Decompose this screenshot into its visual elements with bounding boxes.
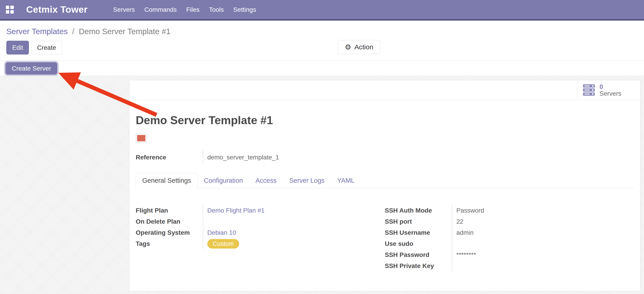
tab-yaml[interactable]: YAML [331, 173, 361, 188]
menu-item-files[interactable]: Files [181, 0, 204, 19]
field-ssh-private-key: SSH Private Key [385, 260, 634, 271]
breadcrumb-server-templates[interactable]: Server Templates [6, 27, 68, 36]
menu-item-servers[interactable]: Servers [108, 0, 140, 19]
edit-button[interactable]: Edit [6, 41, 29, 55]
tab-configuration[interactable]: Configuration [198, 173, 249, 188]
menu-item-commands[interactable]: Commands [140, 0, 181, 19]
flight-plan-link[interactable]: Demo Flight Plan #1 [207, 207, 265, 214]
field-ssh-port: SSH port 22 [385, 216, 634, 227]
field-value: Password [452, 205, 634, 216]
tab-general-settings[interactable]: General Settings [136, 173, 198, 188]
field-label: SSH Auth Mode [385, 207, 452, 214]
field-value [452, 238, 634, 249]
app-brand[interactable]: Cetmix Tower [26, 4, 88, 15]
breadcrumb-current: Demo Server Template #1 [79, 27, 170, 36]
field-value: Demo Flight Plan #1 [203, 205, 385, 216]
create-button[interactable]: Create [31, 41, 62, 55]
field-flight-plan: Flight Plan Demo Flight Plan #1 [136, 205, 385, 216]
servers-count: 0 [600, 83, 621, 90]
menu-item-tools[interactable]: Tools [204, 0, 228, 19]
general-settings-panel: Flight Plan Demo Flight Plan #1 On Delet… [136, 205, 634, 271]
field-label: On Delete Plan [136, 218, 203, 225]
notebook-tabs: General Settings Configuration Access Se… [136, 173, 634, 188]
field-label: SSH port [385, 218, 452, 225]
page-title: Demo Server Template #1 [136, 114, 634, 127]
tab-access[interactable]: Access [249, 173, 283, 188]
field-label: Flight Plan [136, 207, 203, 214]
create-server-bar: Create Server [0, 61, 644, 76]
field-label: Tags [136, 240, 203, 247]
servers-count-label: Servers [600, 90, 621, 97]
servers-stat-button[interactable]: 0 Servers [578, 80, 640, 100]
field-label: Operating System [136, 229, 203, 236]
reference-value: demo_server_template_1 [203, 150, 634, 165]
menu-item-settings[interactable]: Settings [228, 0, 261, 19]
server-stack-icon [583, 84, 596, 96]
field-label: Use sudo [385, 240, 452, 247]
create-server-button[interactable]: Create Server [6, 62, 57, 75]
apps-grid-icon[interactable] [6, 6, 14, 14]
apps-grid-square [6, 10, 9, 14]
form-buttons: Edit Create [6, 41, 62, 55]
action-button[interactable]: ⚙ Action [338, 40, 380, 54]
field-value: ******** [452, 249, 634, 260]
field-value: Custom [203, 238, 385, 249]
breadcrumb: Server Templates / Demo Server Template … [6, 27, 170, 36]
operating-system-link[interactable]: Debian 10 [207, 229, 236, 236]
field-label: SSH Username [385, 229, 452, 236]
content-card: 0 Servers Demo Server Template #1 Refere… [129, 80, 640, 291]
field-use-sudo: Use sudo [385, 238, 634, 249]
field-value: admin [452, 227, 634, 238]
color-picker-swatch[interactable] [136, 134, 147, 143]
field-tags: Tags Custom [136, 238, 385, 249]
field-operating-system: Operating System Debian 10 [136, 227, 385, 238]
apps-grid-square [6, 6, 9, 9]
field-value: 22 [452, 216, 634, 227]
tab-server-logs[interactable]: Server Logs [283, 173, 331, 188]
top-navbar: Cetmix Tower Servers Commands Files Tool… [0, 0, 644, 21]
breadcrumb-separator: / [70, 27, 76, 36]
main-menu: Servers Commands Files Tools Settings [108, 0, 261, 19]
form-sheet: Demo Server Template #1 Reference demo_s… [130, 100, 640, 271]
fields-left-column: Flight Plan Demo Flight Plan #1 On Delet… [136, 205, 385, 271]
color-swatch-fill [137, 135, 146, 141]
field-label: SSH Password [385, 251, 452, 258]
field-value: Debian 10 [203, 227, 385, 238]
gear-icon: ⚙ [345, 43, 351, 51]
stat-text: 0 Servers [600, 83, 621, 97]
apps-grid-square [10, 6, 14, 9]
reference-label: Reference [136, 154, 203, 161]
field-label: SSH Private Key [385, 262, 452, 269]
field-ssh-auth-mode: SSH Auth Mode Password [385, 205, 634, 216]
tag-badge-custom[interactable]: Custom [207, 239, 239, 248]
field-on-delete-plan: On Delete Plan [136, 216, 385, 227]
action-button-label: Action [354, 43, 373, 51]
reference-field: Reference demo_server_template_1 [136, 150, 634, 165]
field-value [203, 216, 385, 227]
field-value [452, 260, 634, 271]
field-ssh-password: SSH Password ******** [385, 249, 634, 260]
fields-right-column: SSH Auth Mode Password SSH port 22 SSH U… [385, 205, 634, 271]
stat-button-row: 0 Servers [130, 80, 640, 100]
apps-grid-square [10, 10, 14, 14]
field-ssh-username: SSH Username admin [385, 227, 634, 238]
control-panel: Server Templates / Demo Server Template … [0, 22, 644, 61]
